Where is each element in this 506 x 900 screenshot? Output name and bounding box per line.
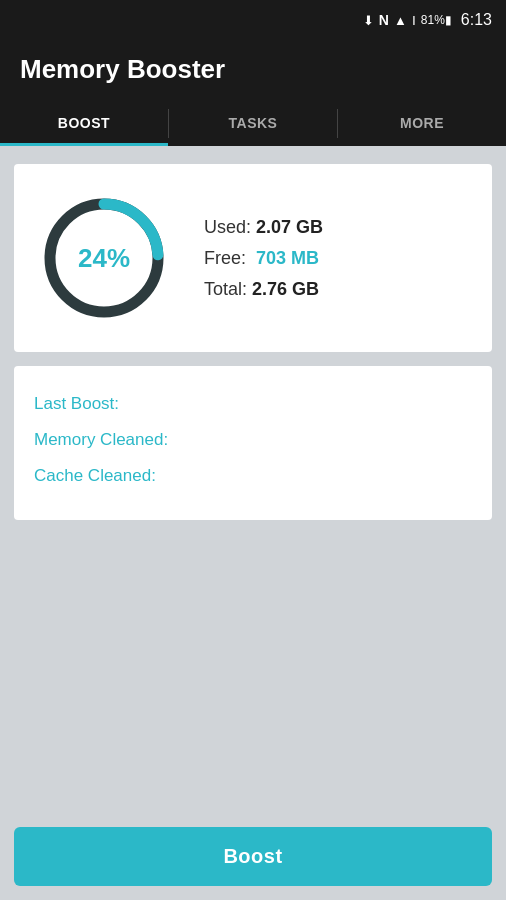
status-time: 6:13 (461, 11, 492, 29)
app-title: Memory Booster (20, 54, 225, 84)
used-value: 2.07 GB (256, 217, 323, 237)
signal-icon: Ⅰ (412, 13, 416, 28)
donut-percent-label: 24% (78, 243, 130, 274)
tab-more[interactable]: MORE (338, 101, 506, 146)
main-content: 24% Used: 2.07 GB Free: 703 MB Total: 2.… (0, 146, 506, 821)
memory-stats: Used: 2.07 GB Free: 703 MB Total: 2.76 G… (204, 217, 323, 300)
status-bar: ⬇︎ N ▲ Ⅰ 81%▮ 6:13 (0, 0, 506, 40)
wifi-icon: ▲ (394, 13, 407, 28)
memory-card: 24% Used: 2.07 GB Free: 703 MB Total: 2.… (14, 164, 492, 352)
boost-button[interactable]: Boost (14, 827, 492, 886)
last-boost-label: Last Boost: (34, 394, 472, 414)
tab-bar: BOOST TASKS MORE (0, 101, 506, 146)
network-icon: N (379, 12, 389, 28)
total-value: 2.76 GB (252, 279, 319, 299)
used-stat: Used: 2.07 GB (204, 217, 323, 238)
memory-display: 24% Used: 2.07 GB Free: 703 MB Total: 2.… (34, 188, 472, 328)
status-icons: ⬇︎ N ▲ Ⅰ 81%▮ 6:13 (363, 11, 492, 29)
used-label: Used: (204, 217, 251, 237)
total-label: Total: (204, 279, 247, 299)
cache-cleaned-label: Cache Cleaned: (34, 466, 472, 486)
free-value: 703 MB (256, 248, 319, 268)
battery-percent: 81% (421, 13, 445, 27)
free-label: Free: (204, 248, 246, 268)
free-stat: Free: 703 MB (204, 248, 323, 269)
battery-icon: 81%▮ (421, 13, 452, 27)
app-header: Memory Booster (0, 40, 506, 101)
total-stat: Total: 2.76 GB (204, 279, 323, 300)
donut-chart: 24% (34, 188, 174, 328)
bluetooth-icon: ⬇︎ (363, 13, 374, 28)
tab-boost[interactable]: BOOST (0, 101, 168, 146)
info-card: Last Boost: Memory Cleaned: Cache Cleane… (14, 366, 492, 520)
boost-button-container: Boost (0, 821, 506, 900)
memory-cleaned-label: Memory Cleaned: (34, 430, 472, 450)
tab-tasks[interactable]: TASKS (169, 101, 337, 146)
